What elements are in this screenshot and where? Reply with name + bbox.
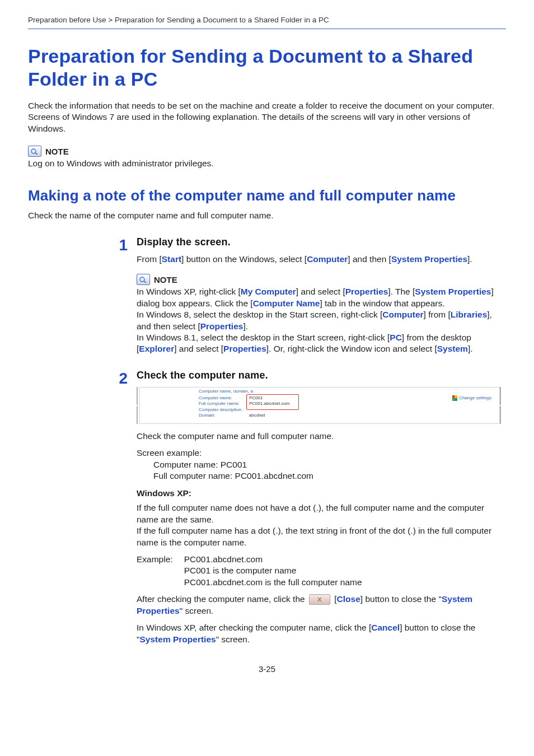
step-number: 1 xyxy=(101,236,137,254)
step-number: 2 xyxy=(101,370,137,388)
step-heading: Display the screen. xyxy=(137,236,503,248)
system-properties-screenshot: Computer name, domain, a Computer name:P… xyxy=(137,387,503,424)
svg-point-0 xyxy=(31,149,36,153)
close-button-icon xyxy=(309,594,330,605)
xp-close-instruction: In Windows XP, after checking the comput… xyxy=(137,622,503,645)
step1-text: From [Start] button on the Windows, sele… xyxy=(137,254,503,265)
note-text: Log on to Windows with administrator pri… xyxy=(28,158,506,169)
shield-icon xyxy=(452,395,457,401)
svg-point-2 xyxy=(140,277,144,282)
xp1: If the full computer name does not have … xyxy=(137,502,503,525)
note-label: NOTE xyxy=(154,275,177,284)
note-icon xyxy=(28,146,41,157)
section-intro: Check the name of the computer name and … xyxy=(28,210,506,221)
page-number: 3-25 xyxy=(28,664,506,674)
note-block: NOTE Log on to Windows with administrato… xyxy=(28,146,506,169)
system-properties-ref: System Properties xyxy=(391,254,467,264)
svg-line-3 xyxy=(144,281,146,283)
close-instruction: After checking the computer name, click … xyxy=(137,594,503,617)
intro-text: Check the information that needs to be s… xyxy=(28,100,506,134)
group-label: Computer name, domain, a xyxy=(199,389,253,394)
step-heading: Check the computer name. xyxy=(137,370,503,381)
change-settings-link[interactable]: Change settings xyxy=(452,395,491,401)
page-title: Preparation for Sending a Document to a … xyxy=(28,45,506,91)
example-block: Example: PC001.abcdnet.com PC001 is the … xyxy=(137,554,503,588)
note-label: NOTE xyxy=(45,147,69,156)
start-ref: Start xyxy=(162,254,181,264)
step1-note: NOTE In Windows XP, right-click [My Comp… xyxy=(137,274,503,355)
section-title: Making a note of the computer name and f… xyxy=(28,186,506,205)
step-2: 2 Check the computer name. Computer name… xyxy=(101,370,503,645)
screen-example: Screen example: Computer name: PC001 Ful… xyxy=(137,447,503,482)
step-1: 1 Display the screen. From [Start] butto… xyxy=(101,236,503,355)
computer-ref: Computer xyxy=(307,254,348,264)
windows-xp-heading: Windows XP: xyxy=(137,488,503,499)
breadcrumb: Preparation before Use > Preparation for… xyxy=(28,16,506,29)
step2-after-shot: Check the computer name and full compute… xyxy=(137,431,503,442)
xp2: If the full computer name has a dot (.),… xyxy=(137,525,503,548)
svg-line-1 xyxy=(35,153,38,155)
note-icon xyxy=(137,274,150,285)
step1-note-body: In Windows XP, right-click [My Computer]… xyxy=(137,286,503,355)
